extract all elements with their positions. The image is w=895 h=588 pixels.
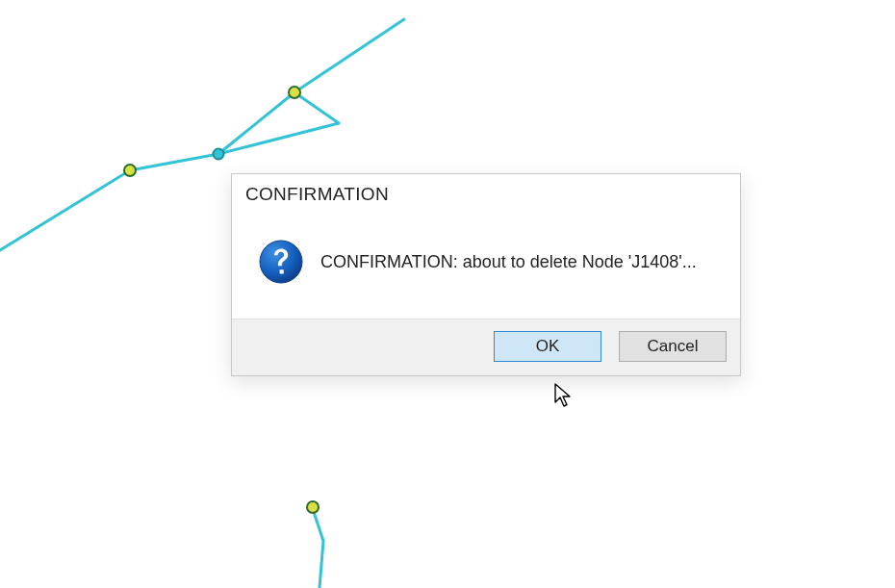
pipe-segment[interactable] [218,92,339,154]
question-icon [259,240,303,284]
cancel-button[interactable]: Cancel [619,331,727,362]
pipe-segment[interactable] [313,509,323,588]
network-node[interactable] [307,501,319,513]
pipe-segment[interactable] [294,19,404,92]
dialog-title: CONFIRMATION [232,174,740,213]
network-valve[interactable] [214,149,224,160]
dialog-body: CONFIRMATION: about to delete Node 'J140… [232,213,740,319]
dialog-footer: OK Cancel [232,319,740,375]
network-node[interactable] [289,87,300,98]
network-node[interactable] [124,165,136,176]
ok-button[interactable]: OK [494,331,601,362]
pipe-segment[interactable] [130,154,218,170]
confirmation-dialog: CONFIRMATION CONFIRMATION: about to dele… [231,173,741,376]
pipe-segment[interactable] [0,170,130,250]
dialog-message: CONFIRMATION: about to delete Node 'J140… [320,252,697,272]
